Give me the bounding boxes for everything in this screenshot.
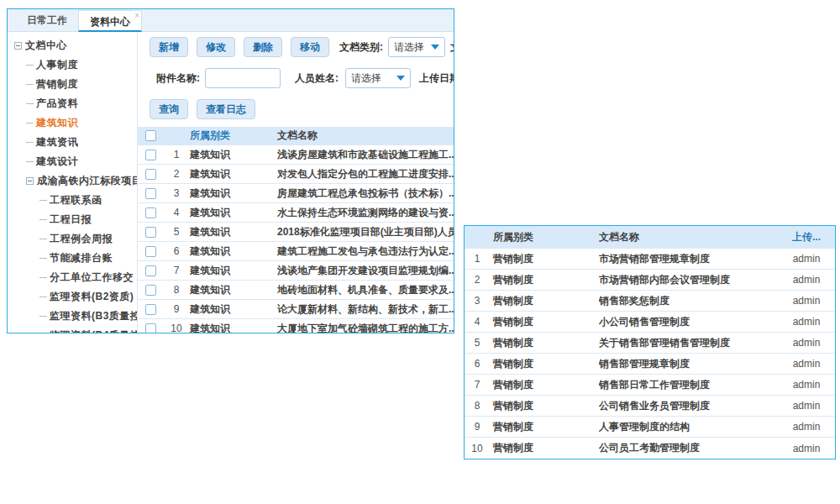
row-number: 2 <box>465 274 490 286</box>
tab-data-center-label: 资料中心 <box>90 16 130 28</box>
doc-name-cell: 浅谈房屋建筑和市政基础设施工程施工... <box>277 148 454 162</box>
uploader-cell: admin <box>778 375 835 395</box>
tree-item-label: 节能减排台账 <box>50 251 113 265</box>
query-button[interactable]: 查询 <box>150 99 188 119</box>
tree-item[interactable]: 监理资料(B4质量控制) <box>8 326 137 333</box>
doc-name-cell: 关于销售部管理销售管理制度 <box>599 336 778 350</box>
window-body: 文档中心 人事制度 营销制度 产品资料 建筑知识 建筑资讯 建筑设计 成渝高铁内… <box>8 32 454 333</box>
edit-button[interactable]: 修改 <box>197 37 235 57</box>
attachment-input[interactable] <box>205 68 281 88</box>
doc-name-cell: 公司销售业务员管理制度 <box>599 399 778 413</box>
tab-data-center[interactable]: 资料中心 × <box>78 10 142 32</box>
move-button[interactable]: 移动 <box>291 37 329 57</box>
row-number: 2 <box>163 168 190 180</box>
category-cell: 营销制度 <box>490 315 599 329</box>
table-row[interactable]: 7 营销制度 销售部日常工作管理制度 admin <box>465 375 835 396</box>
tree-item-label: 监理资料(B2资质) <box>50 290 134 304</box>
category-cell: 建筑知识 <box>190 244 277 259</box>
row-checkbox[interactable] <box>145 188 156 199</box>
person-select[interactable]: 请选择 <box>345 68 411 88</box>
tree-item[interactable]: 建筑资讯 <box>8 133 137 152</box>
table-row[interactable]: 6 营销制度 销售部管理规章制度 admin <box>465 354 835 375</box>
tab-daily-work[interactable]: 日常工作 <box>16 9 78 31</box>
tree-item[interactable]: 监理资料(B3质量控制) <box>8 307 137 326</box>
table-row[interactable]: 10 建筑知识 大厦地下室加气砼墙砌筑工程的施工方... <box>138 319 454 333</box>
tree-item[interactable]: 成渝高铁内江标段项目 <box>8 171 137 191</box>
tree-item[interactable]: 文档中心 <box>8 36 137 55</box>
row-number: 8 <box>465 400 490 412</box>
row-checkbox[interactable] <box>145 304 156 315</box>
doc-category-value: 请选择 <box>394 40 424 55</box>
tree-item[interactable]: 人事制度 <box>8 55 137 75</box>
tree-item[interactable]: 节能减排台账 <box>8 249 137 268</box>
add-button[interactable]: 新增 <box>150 37 188 57</box>
row-checkbox[interactable] <box>145 169 156 180</box>
tree-item[interactable]: 建筑知识 <box>8 113 137 133</box>
tree-item[interactable]: 营销制度 <box>8 75 137 94</box>
table-row[interactable]: 2 营销制度 市场营销部内部会议管理制度 admin <box>465 270 835 291</box>
doc-name-cell: 销售部管理规章制度 <box>599 357 778 371</box>
row-number: 5 <box>163 226 190 238</box>
table-row[interactable]: 7 建筑知识 浅谈地产集团开发建设项目监理规划编... <box>138 261 454 281</box>
tab-bar: 日常工作 资料中心 × <box>8 9 454 32</box>
table-row[interactable]: 1 营销制度 市场营销部管理规章制度 admin <box>465 249 835 270</box>
tree-item-label: 工程日报 <box>50 213 92 227</box>
table-row[interactable]: 1 建筑知识 浅谈房屋建筑和市政基础设施工程施工... <box>138 145 454 165</box>
document-table: 所属别类 文档名称 1 建筑知识 浅谈房屋建筑和市政基础设施工程施工... 2 … <box>138 127 454 333</box>
collapse-icon[interactable] <box>14 42 22 50</box>
table-row[interactable]: 4 营销制度 小公司销售管理制度 admin <box>465 312 835 333</box>
doc-category-select[interactable]: 请选择 <box>388 37 445 57</box>
table-row[interactable]: 6 建筑知识 建筑工程施工发包与承包违法行为认定... <box>138 242 454 261</box>
document-table-body: 1 建筑知识 浅谈房屋建筑和市政基础设施工程施工... 2 建筑知识 对发包人指… <box>138 145 454 333</box>
delete-button[interactable]: 删除 <box>244 37 282 57</box>
close-tab-icon[interactable]: × <box>134 12 139 20</box>
table-row[interactable]: 3 建筑知识 房屋建筑工程总承包投标书（技术标）... <box>138 184 454 203</box>
row-number: 9 <box>163 303 190 315</box>
desktop: 日常工作 资料中心 × 文档中心 人事制度 营销制度 产品资料 建筑知识 <box>0 0 840 504</box>
tree-item[interactable]: 工程例会周报 <box>8 229 137 249</box>
table-row[interactable]: 4 建筑知识 水土保持生态环境监测网络的建设与资... <box>138 203 454 223</box>
collapse-icon[interactable] <box>26 177 34 185</box>
row-checkbox[interactable] <box>145 265 156 276</box>
table-row[interactable]: 9 营销制度 人事管理制度的结构 admin <box>465 417 835 438</box>
row-number: 7 <box>163 265 190 276</box>
filter-toolbar: 附件名称: 人员姓名: 请选择 上传日期: <box>156 68 454 88</box>
table-row[interactable]: 8 营销制度 公司销售业务员管理制度 admin <box>465 396 835 417</box>
action-toolbar: 新增 修改 删除 移动 文档类别: 请选择 文档名称: <box>150 37 454 57</box>
row-checkbox[interactable] <box>145 323 156 333</box>
view-log-button[interactable]: 查看日志 <box>197 99 255 119</box>
person-label: 人员姓名: <box>295 71 339 86</box>
row-checkbox[interactable] <box>145 285 156 296</box>
row-checkbox[interactable] <box>145 150 156 160</box>
row-checkbox[interactable] <box>145 246 156 257</box>
table-row[interactable]: 10 营销制度 公司员工考勤管理制度 admin <box>465 438 835 459</box>
row-number: 3 <box>465 295 490 307</box>
row-checkbox[interactable] <box>145 227 156 238</box>
tree-item[interactable]: 产品资料 <box>8 94 137 113</box>
person-value: 请选择 <box>351 71 381 86</box>
category-cell: 建筑知识 <box>190 186 277 201</box>
table-row[interactable]: 2 建筑知识 对发包人指定分包的工程施工进度安排... <box>138 165 454 184</box>
tree-item-label: 监理资料(B3质量控制) <box>50 309 138 323</box>
doc-name-cell: 市场营销部内部会议管理制度 <box>599 273 778 287</box>
table-row[interactable]: 5 建筑知识 2018标准化监理项目部(业主项目部)人员... <box>138 223 454 242</box>
marketing-docs-table: 所属别类 文档名称 上传... 1 营销制度 市场营销部管理规章制度 admin… <box>464 225 836 459</box>
category-cell: 建筑知识 <box>190 283 277 297</box>
category-cell: 营销制度 <box>490 357 599 371</box>
tree-item[interactable]: 工程日报 <box>8 210 137 229</box>
select-all-checkbox[interactable] <box>145 130 156 141</box>
tree-item[interactable]: 分工单位工作移交 <box>8 268 137 287</box>
category-cell: 建筑知识 <box>190 167 277 181</box>
row-checkbox[interactable] <box>145 207 156 218</box>
table-row[interactable]: 8 建筑知识 地砖地面材料、机具准备、质量要求及... <box>138 281 454 300</box>
tree-item[interactable]: 监理资料(B2资质) <box>8 287 137 307</box>
table-row[interactable]: 5 营销制度 关于销售部管理销售管理制度 admin <box>465 333 835 354</box>
tree-connector <box>39 277 47 278</box>
tree-item-label: 建筑知识 <box>36 116 78 130</box>
table-row[interactable]: 9 建筑知识 论大厦新材料、新结构、新技术，新工... <box>138 300 454 319</box>
category-cell: 建筑知识 <box>190 225 277 239</box>
doc-name-cell: 对发包人指定分包的工程施工进度安排... <box>277 167 454 181</box>
tree-item[interactable]: 工程联系函 <box>8 191 137 210</box>
tree-item[interactable]: 建筑设计 <box>8 152 137 171</box>
table-row[interactable]: 3 营销制度 销售部奖惩制度 admin <box>465 291 835 312</box>
